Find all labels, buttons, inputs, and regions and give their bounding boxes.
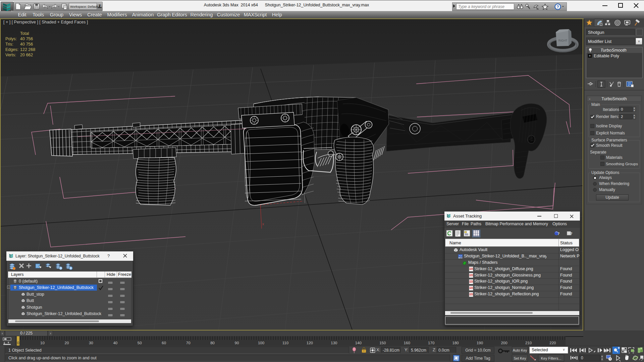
svg-text:Polys:: Polys: [5,37,17,41]
svg-text:122 268: 122 268 [20,47,35,52]
svg-text:70: 70 [186,341,191,345]
svg-text:190: 190 [477,341,483,345]
svg-text:130: 130 [331,341,337,345]
svg-text:40 756: 40 756 [20,37,33,41]
svg-text:Tris:: Tris: [5,42,13,47]
svg-text:20: 20 [65,341,69,345]
svg-text:PNG: PNG [470,275,473,276]
svg-text:20 662: 20 662 [20,53,33,57]
svg-text:PNG: PNG [470,294,473,295]
svg-text:60: 60 [162,341,166,345]
svg-text:PNG: PNG [470,268,473,270]
svg-text:200: 200 [501,341,507,345]
svg-text:40 756: 40 756 [20,42,33,47]
svg-text:160: 160 [404,341,410,345]
svg-text:110: 110 [282,341,288,345]
svg-text:Total: Total [20,31,29,36]
svg-text:150: 150 [379,341,386,345]
svg-text:180: 180 [452,341,459,345]
svg-text:40: 40 [113,341,117,345]
svg-text:?: ? [570,231,573,236]
svg-text:[ + ] [ Perspective ] [ Shaded: [ + ] [ Perspective ] [ Shaded + Edged F… [3,20,88,24]
svg-text:120: 120 [307,341,313,345]
svg-text:140: 140 [355,341,362,345]
svg-text:0: 0 [17,341,19,345]
svg-text:RIGHT: RIGHT [558,39,567,42]
svg-text:10: 10 [40,341,45,345]
svg-text:?: ? [557,231,560,236]
svg-text:210: 210 [525,341,532,345]
svg-text:170: 170 [428,341,434,345]
svg-text:80: 80 [210,341,215,345]
svg-text:MAX: MAX [458,257,463,259]
svg-text:100: 100 [258,341,264,345]
svg-text:90: 90 [235,341,239,345]
svg-text:Edges:: Edges: [5,47,18,52]
svg-text:220: 220 [549,341,556,345]
svg-text:PNG: PNG [470,281,473,283]
svg-text:30: 30 [89,341,93,345]
svg-text:50: 50 [138,341,142,345]
svg-text:Verts:: Verts: [5,53,16,57]
svg-text:?: ? [556,5,559,9]
svg-text:PNG: PNG [470,287,473,289]
svg-text:x: x [262,222,264,226]
